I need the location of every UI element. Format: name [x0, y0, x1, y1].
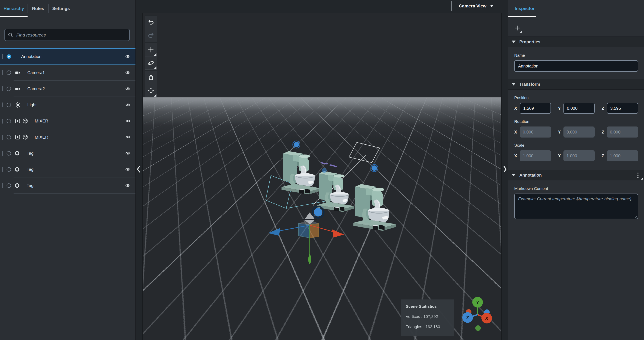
component-plus-icon — [15, 134, 20, 140]
scene-composer-app: Hierarchy Rules Settings Annotation — [0, 0, 644, 340]
tree-item-camera2[interactable]: Camera2 — [0, 81, 136, 97]
annotation-menu-button[interactable] — [635, 172, 640, 179]
inspector-tabbar: Inspector — [508, 0, 644, 17]
radio-unselected[interactable] — [6, 167, 11, 172]
gizmo-arrow-z[interactable] — [268, 228, 280, 236]
visibility-toggle[interactable] — [125, 102, 130, 107]
tree-item-annotation[interactable]: Annotation — [0, 48, 136, 65]
tree-item-mixer[interactable]: MIXER — [0, 129, 136, 145]
redo-button[interactable] — [145, 29, 157, 42]
visibility-toggle[interactable] — [125, 134, 130, 140]
rotate-tool-button[interactable] — [145, 56, 157, 70]
section-header-transform[interactable]: Transform — [508, 79, 644, 90]
scale-x-input — [520, 150, 551, 161]
radio-unselected[interactable] — [6, 103, 11, 107]
chevron-left-icon — [136, 165, 142, 173]
add-component-button[interactable] — [512, 23, 523, 34]
section-header-annotation[interactable]: Annotation — [508, 170, 644, 181]
hierarchy-panel: Hierarchy Rules Settings Annotation — [0, 0, 136, 340]
tree-item-label: Tag — [27, 183, 34, 188]
radio-unselected[interactable] — [6, 183, 11, 188]
axis-z-label: Z — [602, 106, 604, 111]
radio-selected[interactable] — [6, 54, 11, 59]
light-sun-icon — [15, 102, 20, 108]
undo-button[interactable] — [145, 16, 157, 29]
position-y-input[interactable] — [564, 103, 594, 114]
gizmo-arrow-y[interactable] — [308, 253, 311, 264]
radio-unselected[interactable] — [6, 70, 11, 75]
drag-handle-icon[interactable] — [2, 135, 4, 140]
tab-hierarchy[interactable]: Hierarchy — [0, 0, 28, 17]
visibility-toggle[interactable] — [125, 167, 130, 172]
scene-statistics-vertices: Vertices : 107,892 — [406, 314, 448, 319]
tab-inspector[interactable]: Inspector — [508, 0, 541, 17]
drag-handle-icon[interactable] — [2, 54, 4, 59]
drag-handle-icon[interactable] — [2, 70, 4, 75]
tree-item-tag[interactable]: Tag — [0, 145, 136, 161]
corner-expand-icon — [520, 31, 522, 33]
scene-statistics-title: Scene Statistics — [406, 304, 448, 309]
expand-right-panel-button[interactable] — [502, 165, 508, 174]
axis-y-label: Y — [558, 130, 561, 134]
axis-ball-small-y[interactable] — [475, 325, 481, 331]
radio-unselected[interactable] — [6, 87, 11, 91]
drag-handle-icon[interactable] — [2, 183, 4, 188]
add-object-button[interactable] — [145, 43, 157, 56]
delete-object-button[interactable] — [145, 71, 157, 84]
drag-handle-icon[interactable] — [2, 151, 4, 156]
tree-item-light[interactable]: Light — [0, 97, 136, 113]
tree-item-label: Light — [27, 102, 36, 107]
name-input[interactable] — [514, 60, 638, 72]
search-input[interactable] — [16, 33, 126, 38]
visibility-toggle[interactable] — [125, 86, 130, 91]
tree-item-camera1[interactable]: Camera1 — [0, 65, 136, 81]
tag-marker-1[interactable] — [293, 141, 300, 148]
tab-rules[interactable]: Rules — [28, 0, 48, 17]
gizmo-arrow-x[interactable] — [332, 229, 344, 238]
position-z-input[interactable] — [607, 103, 638, 114]
axis-x-label: X — [514, 153, 517, 158]
axis-label-z: Z — [466, 315, 469, 320]
mixer-model-1[interactable] — [282, 151, 321, 194]
eye-icon — [125, 86, 130, 91]
visibility-toggle[interactable] — [125, 151, 130, 156]
drag-handle-icon[interactable] — [2, 167, 4, 172]
section-header-properties[interactable]: Properties — [508, 37, 644, 47]
annotation-marker-selected[interactable] — [312, 207, 324, 218]
markdown-content-textarea[interactable] — [514, 194, 638, 219]
radio-unselected[interactable] — [6, 119, 11, 123]
tree-item-tag[interactable]: Tag — [0, 161, 136, 178]
axis-label-x: X — [485, 316, 488, 321]
tag-marker-2[interactable] — [371, 164, 378, 172]
tab-settings[interactable]: Settings — [48, 0, 74, 17]
translate-tool-button[interactable] — [145, 84, 157, 97]
eye-icon — [125, 54, 130, 59]
radio-unselected[interactable] — [6, 135, 11, 139]
tree-item-mixer[interactable]: MIXER — [0, 113, 136, 129]
visibility-toggle[interactable] — [125, 54, 130, 59]
visibility-toggle[interactable] — [125, 183, 130, 188]
axis-gizmo[interactable]: Y Z X — [462, 297, 492, 331]
eye-icon — [125, 102, 130, 107]
axis-z-label: Z — [602, 130, 604, 134]
drag-handle-icon[interactable] — [2, 86, 4, 91]
mixer-model-2[interactable] — [317, 171, 354, 212]
mixer-model-3[interactable] — [353, 184, 396, 231]
tree-item-tag[interactable]: Tag — [0, 178, 136, 194]
translate-gizmo[interactable] — [268, 213, 344, 264]
3d-canvas[interactable]: Y Z X — [142, 13, 502, 340]
position-x-input[interactable] — [520, 103, 551, 114]
trash-icon — [148, 75, 154, 80]
drag-handle-icon[interactable] — [2, 102, 4, 107]
position-row: X Y Z — [514, 103, 638, 114]
plus-icon — [148, 47, 154, 53]
drag-handle-icon[interactable] — [2, 119, 4, 123]
tag-circle-icon — [14, 150, 20, 156]
left-tabbar: Hierarchy Rules Settings — [0, 0, 136, 17]
collapse-left-panel-button[interactable] — [136, 165, 142, 174]
visibility-toggle[interactable] — [125, 118, 130, 123]
visibility-toggle[interactable] — [125, 70, 130, 75]
camera-view-dropdown[interactable]: Camera View — [451, 1, 501, 11]
radio-unselected[interactable] — [6, 151, 11, 155]
tag-marker-3-faded[interactable] — [322, 168, 327, 173]
